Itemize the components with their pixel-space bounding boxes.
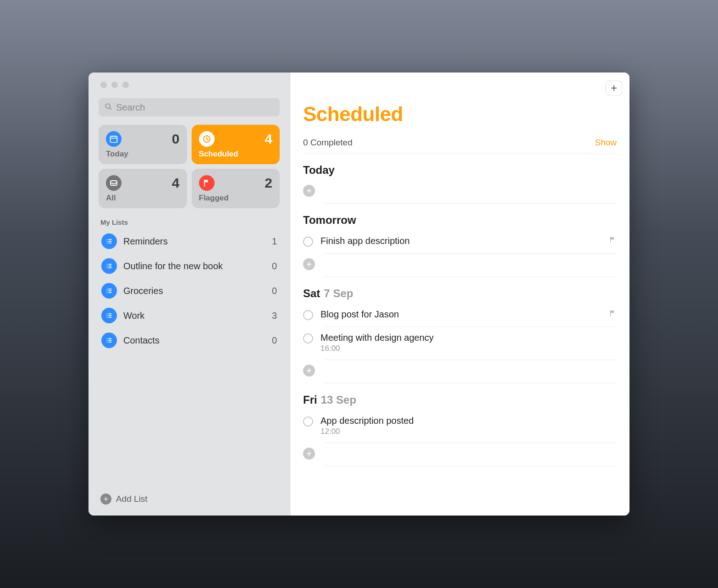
list-item[interactable]: Contacts0 — [99, 328, 280, 353]
reminder-title: App description posted — [320, 416, 617, 426]
plus-icon — [303, 258, 315, 270]
reminder-time: 12:00 — [320, 427, 617, 436]
list-count: 1 — [272, 236, 277, 247]
add-list-button[interactable]: Add List — [99, 490, 280, 508]
svg-point-23 — [107, 292, 108, 293]
close-icon[interactable] — [100, 82, 107, 88]
tray-icon — [106, 175, 122, 191]
list-name: Groceries — [123, 286, 265, 296]
show-completed-link[interactable]: Show — [595, 138, 617, 148]
list-name: Work — [123, 311, 265, 321]
complete-toggle[interactable] — [303, 310, 313, 320]
list-item[interactable]: Groceries0 — [99, 278, 280, 303]
date-group: Fri13 SepApp description posted12:00 — [303, 394, 617, 466]
plus-icon — [303, 365, 315, 377]
window-controls — [99, 79, 280, 98]
svg-point-9 — [107, 239, 108, 240]
search-field[interactable] — [99, 98, 280, 116]
list-icon — [101, 233, 117, 249]
add-reminder-row[interactable] — [324, 443, 617, 466]
svg-point-11 — [107, 243, 108, 244]
smart-list-label: Flagged — [199, 194, 273, 203]
list-count: 0 — [272, 261, 277, 272]
reminder-item[interactable]: Meeting with design agency16:00 — [324, 327, 617, 360]
completed-count: 0 Completed — [303, 138, 353, 148]
new-reminder-button[interactable] — [606, 81, 622, 95]
list-icon — [101, 333, 117, 348]
reminder-item[interactable]: App description posted12:00 — [324, 410, 617, 443]
svg-line-1 — [110, 108, 111, 110]
complete-toggle[interactable] — [303, 237, 313, 247]
smart-list-label: Scheduled — [199, 150, 273, 159]
minimize-icon[interactable] — [111, 82, 118, 88]
reminder-title: Blog post for Jason — [320, 309, 601, 320]
smart-list-count: 0 — [172, 131, 180, 147]
group-heading: Tomorrow — [303, 214, 617, 227]
calendar-icon — [106, 131, 122, 147]
svg-point-28 — [107, 315, 108, 316]
list-icon — [101, 258, 117, 274]
list-name: Contacts — [123, 335, 265, 346]
smart-list-today[interactable]: 0Today — [99, 125, 187, 164]
search-icon — [104, 102, 112, 112]
smart-list-flagged[interactable]: 2Flagged — [192, 169, 280, 208]
group-heading: Fri13 Sep — [303, 394, 617, 406]
list-item[interactable]: Work3 — [99, 303, 280, 328]
svg-point-29 — [107, 317, 108, 318]
reminder-title: Finish app description — [320, 236, 601, 246]
svg-point-17 — [107, 267, 108, 268]
date-group: Sat7 SepBlog post for JasonMeeting with … — [303, 287, 617, 383]
list-icon — [101, 308, 117, 323]
smart-lists: 0Today4Scheduled4All2Flagged — [99, 125, 280, 208]
smart-list-label: Today — [106, 150, 180, 159]
sidebar: 0Today4Scheduled4All2Flagged My Lists Re… — [88, 72, 290, 516]
svg-point-21 — [107, 288, 108, 289]
reminder-item[interactable]: Finish app description — [324, 230, 617, 254]
clock-icon — [199, 131, 215, 147]
smart-list-count: 4 — [172, 175, 180, 191]
reminder-title: Meeting with design agency — [320, 333, 617, 343]
plus-icon — [100, 494, 111, 505]
list-item[interactable]: Reminders1 — [99, 229, 280, 254]
flag-icon — [608, 236, 617, 246]
flag-icon — [608, 309, 617, 319]
smart-list-scheduled[interactable]: 4Scheduled — [192, 125, 280, 164]
svg-point-0 — [105, 104, 110, 108]
add-list-label: Add List — [116, 494, 148, 504]
plus-icon — [303, 185, 315, 197]
list-icon — [101, 283, 117, 299]
group-heading: Today — [303, 164, 617, 177]
smart-list-all[interactable]: 4All — [99, 169, 187, 208]
app-window: 0Today4Scheduled4All2Flagged My Lists Re… — [88, 72, 630, 516]
list-name: Outline for the new book — [123, 261, 265, 272]
add-reminder-row[interactable] — [324, 180, 617, 204]
svg-point-10 — [107, 241, 108, 242]
svg-point-27 — [107, 313, 108, 314]
complete-toggle[interactable] — [303, 333, 313, 344]
list-item[interactable]: Outline for the new book0 — [99, 254, 280, 278]
toolbar — [290, 72, 630, 98]
svg-point-22 — [107, 290, 108, 291]
page-title: Scheduled — [303, 103, 617, 126]
plus-icon — [303, 448, 315, 460]
date-group: TomorrowFinish app description — [303, 214, 617, 277]
add-reminder-row[interactable] — [324, 360, 617, 383]
list-name: Reminders — [123, 236, 265, 247]
smart-list-count: 2 — [265, 175, 272, 191]
custom-lists: Reminders1Outline for the new book0Groce… — [99, 229, 280, 353]
content: Scheduled 0 Completed Show TodayTomorrow… — [290, 98, 630, 516]
main-pane: Scheduled 0 Completed Show TodayTomorrow… — [290, 72, 630, 516]
search-input[interactable] — [116, 102, 274, 113]
add-reminder-row[interactable] — [324, 254, 617, 277]
reminder-time: 16:00 — [320, 344, 617, 353]
list-count: 0 — [272, 286, 277, 296]
completed-row: 0 Completed Show — [303, 138, 617, 154]
reminder-item[interactable]: Blog post for Jason — [324, 304, 617, 327]
complete-toggle[interactable] — [303, 416, 313, 427]
flag-icon — [199, 175, 215, 191]
svg-point-15 — [107, 264, 108, 265]
list-count: 3 — [272, 311, 277, 321]
group-heading: Sat7 Sep — [303, 287, 617, 300]
zoom-icon[interactable] — [122, 82, 129, 88]
svg-point-33 — [107, 338, 108, 339]
